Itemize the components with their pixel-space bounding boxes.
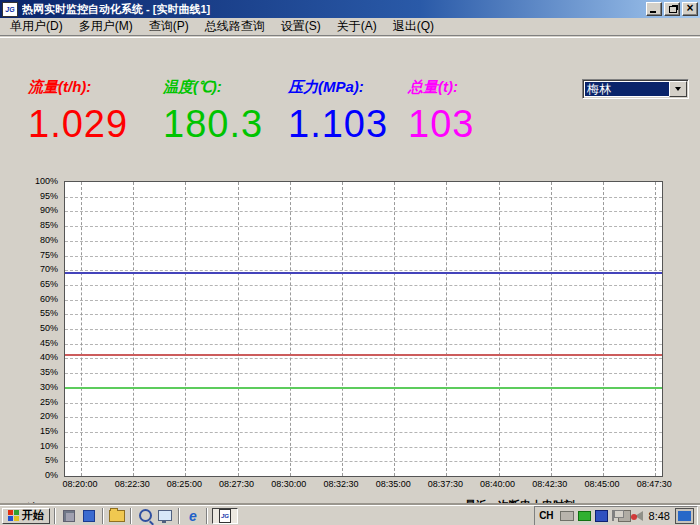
readout-column: 压力(MPa):1.103: [288, 78, 388, 146]
close-button[interactable]: [682, 2, 698, 16]
app-icon: [2, 2, 18, 17]
gridline-horizontal: [65, 329, 662, 330]
y-axis-tick-label: 40%: [20, 352, 58, 362]
readout-column: 流量(t/h):1.029: [28, 78, 128, 146]
y-axis-tick-label: 30%: [20, 382, 58, 392]
gridline-vertical: [499, 182, 500, 476]
display-tray-icon[interactable]: [676, 509, 693, 523]
readout-column: 总量(t):103: [408, 78, 474, 146]
menu-item[interactable]: 多用户(M): [71, 17, 141, 36]
minimize-button[interactable]: [646, 2, 662, 16]
y-axis-tick-label: 10%: [20, 441, 58, 451]
trend-chart-plot: [64, 181, 663, 477]
y-axis-tick-label: 70%: [20, 264, 58, 274]
gridline-vertical: [655, 182, 656, 476]
y-axis-tick-label: 80%: [20, 235, 58, 245]
gridline-vertical: [342, 182, 343, 476]
readout-value: 180.3: [163, 103, 263, 146]
gridline-horizontal: [65, 358, 662, 359]
gridline-horizontal: [65, 300, 662, 301]
taskbar: 开始 CH 8:48: [0, 505, 700, 525]
folder-icon: [109, 510, 125, 522]
taskbar-separator: [130, 508, 132, 524]
gridline-horizontal: [65, 344, 662, 345]
app-task-icon: [219, 509, 231, 523]
restore-button[interactable]: [664, 2, 680, 16]
gridline-horizontal: [65, 270, 662, 271]
menu-item[interactable]: 设置(S): [273, 17, 329, 36]
x-axis-tick-label: 08:45:00: [574, 479, 630, 489]
gridline-horizontal: [65, 256, 662, 257]
program-shortcut-icon[interactable]: [60, 508, 78, 524]
gridline-vertical: [238, 182, 239, 476]
station-select-value: 梅林: [585, 82, 670, 96]
language-indicator[interactable]: CH: [539, 510, 553, 521]
y-axis-tick-label: 90%: [20, 205, 58, 215]
gridline-horizontal: [65, 226, 662, 227]
y-axis-tick-label: 65%: [20, 279, 58, 289]
start-button[interactable]: 开始: [2, 508, 50, 524]
taskbar-separator: [54, 508, 56, 524]
window-title: 热网实时监控自动化系统 - [实时曲线1]: [22, 2, 644, 17]
x-axis-tick-label: 08:35:00: [365, 479, 421, 489]
y-axis-tick-label: 5%: [20, 455, 58, 465]
show-desktop-shortcut[interactable]: [156, 508, 174, 524]
gridline-horizontal: [65, 417, 662, 418]
gridline-vertical: [446, 182, 447, 476]
y-axis-tick-label: 35%: [20, 367, 58, 377]
gridline-horizontal: [65, 241, 662, 242]
flag-tray-icon[interactable]: [612, 510, 614, 521]
gridline-vertical: [290, 182, 291, 476]
taskbar-separator: [178, 508, 180, 524]
y-axis-tick-label: 20%: [20, 411, 58, 421]
gridline-vertical: [551, 182, 552, 476]
active-task-button[interactable]: [212, 508, 238, 524]
y-axis-tick-label: 60%: [20, 294, 58, 304]
app-shortcut-icon[interactable]: [80, 508, 98, 524]
search-shortcut[interactable]: [136, 508, 154, 524]
gridline-horizontal: [65, 197, 662, 198]
client-area: 流量(t/h):1.029温度(℃):180.3压力(MPa):1.103总量(…: [0, 37, 700, 505]
y-axis-tick-label: 75%: [20, 250, 58, 260]
desktop-icon: [158, 510, 172, 521]
gridline-horizontal: [65, 211, 662, 212]
menu-item[interactable]: 总线路查询: [197, 17, 273, 36]
keyboard-tray-icon[interactable]: [560, 511, 574, 521]
restore-icon: [669, 6, 677, 13]
menu-item[interactable]: 查询(P): [141, 17, 197, 36]
menu-item[interactable]: 单用户(D): [2, 17, 71, 36]
taskbar-clock[interactable]: 8:48: [647, 510, 672, 522]
gridline-horizontal: [65, 432, 662, 433]
menu-item[interactable]: 退出(Q): [385, 17, 442, 36]
gridline-horizontal: [65, 285, 662, 286]
readout-value: 103: [408, 103, 474, 146]
x-axis-tick-label: 08:22:30: [104, 479, 160, 489]
network-tray-icon[interactable]: [578, 511, 591, 521]
app-tray-icon[interactable]: [595, 510, 608, 522]
menu-bar: 单用户(D)多用户(M)查询(P)总线路查询设置(S)关于(A)退出(Q): [0, 18, 700, 36]
volume-muted-icon[interactable]: [635, 511, 643, 521]
readout-label: 总量(t):: [408, 78, 474, 97]
station-select[interactable]: 梅林: [582, 79, 689, 99]
gridline-horizontal: [65, 373, 662, 374]
windows-logo-icon: [8, 510, 19, 521]
folder-shortcut[interactable]: [108, 508, 126, 524]
dropdown-button[interactable]: [669, 81, 687, 97]
menu-item[interactable]: 关于(A): [329, 17, 385, 36]
start-label: 开始: [22, 508, 44, 523]
gridline-vertical: [394, 182, 395, 476]
x-axis-tick-label: 08:25:00: [156, 479, 212, 489]
title-bar: 热网实时监控自动化系统 - [实时曲线1]: [0, 0, 700, 18]
y-axis-tick-label: 45%: [20, 338, 58, 348]
gridline-vertical: [185, 182, 186, 476]
y-axis-tick-label: 25%: [20, 397, 58, 407]
x-axis-tick-label: 08:47:30: [626, 479, 682, 489]
y-axis-tick-label: 95%: [20, 191, 58, 201]
trend-line-流量(t/h): [65, 354, 662, 356]
x-axis-tick-label: 08:32:30: [313, 479, 369, 489]
gridline-horizontal: [65, 403, 662, 404]
gridline-horizontal: [65, 314, 662, 315]
internet-explorer-shortcut[interactable]: [184, 508, 202, 524]
system-tray: CH 8:48: [534, 506, 698, 525]
readout-label: 温度(℃):: [163, 78, 263, 97]
